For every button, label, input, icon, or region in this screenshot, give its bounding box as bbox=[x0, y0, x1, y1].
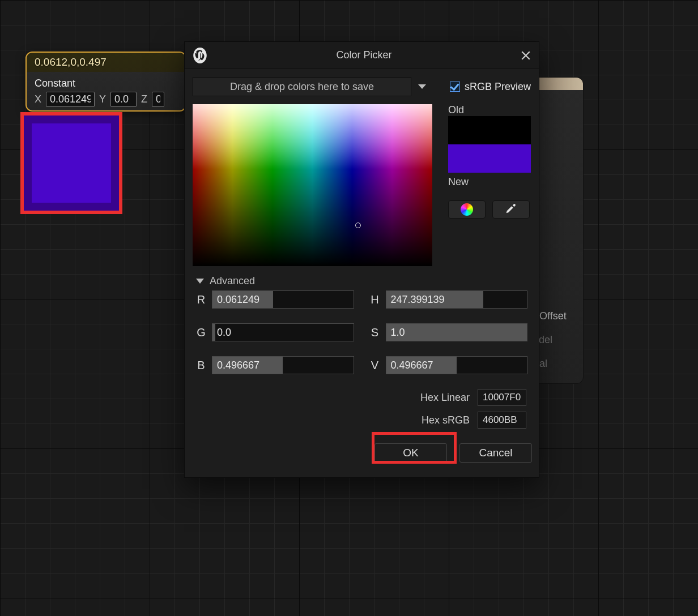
channel-G-input[interactable]: 0.0 bbox=[212, 323, 354, 341]
constant-vector-node[interactable]: 0.0612,0,0.497 Constant X Y Z bbox=[25, 52, 186, 112]
channel-R-input[interactable]: 0.061249 bbox=[212, 290, 354, 309]
old-label: Old bbox=[448, 104, 531, 116]
sv-cursor bbox=[355, 223, 361, 228]
channel-V-label: V bbox=[370, 359, 380, 372]
constant-label: Constant bbox=[35, 78, 177, 89]
color-swatch-highlight bbox=[20, 112, 122, 214]
channel-H-input[interactable]: 247.399139 bbox=[386, 290, 528, 309]
close-icon[interactable] bbox=[521, 50, 531, 61]
color-wheel-button[interactable] bbox=[448, 200, 486, 219]
node-title: 0.0612,0,0.497 bbox=[27, 53, 185, 72]
advanced-label: Advanced bbox=[210, 275, 255, 287]
eyedropper-icon bbox=[505, 202, 517, 217]
color-picker-dialog: Color Picker Drag & drop colors here to … bbox=[184, 41, 539, 478]
chevron-down-icon[interactable] bbox=[418, 84, 426, 89]
channel-B-label: B bbox=[196, 359, 206, 372]
x-label: X bbox=[35, 93, 41, 105]
unreal-logo-icon bbox=[193, 47, 207, 64]
cancel-button[interactable]: Cancel bbox=[459, 443, 532, 463]
hex-linear-input[interactable] bbox=[478, 389, 526, 406]
channel-G-label: G bbox=[196, 326, 206, 339]
hex-srgb-label: Hex sRGB bbox=[422, 414, 470, 426]
color-swatch[interactable] bbox=[32, 123, 111, 203]
srgb-preview-checkbox[interactable]: sRGB Preview bbox=[450, 81, 531, 93]
checkbox-icon bbox=[450, 82, 460, 92]
channel-S-label: S bbox=[370, 326, 380, 339]
channel-H-label: H bbox=[370, 293, 380, 306]
eyedropper-button[interactable] bbox=[492, 200, 530, 219]
hex-linear-label: Hex Linear bbox=[420, 392, 470, 404]
new-color-swatch[interactable] bbox=[448, 144, 531, 173]
hex-srgb-input[interactable] bbox=[478, 412, 526, 429]
saved-colors-dropzone[interactable]: Drag & drop colors here to save bbox=[193, 77, 411, 96]
channel-R-label: R bbox=[196, 293, 206, 306]
y-input[interactable] bbox=[110, 92, 137, 107]
new-label: New bbox=[448, 176, 531, 188]
dialog-titlebar[interactable]: Color Picker bbox=[185, 42, 539, 69]
saturation-value-box[interactable] bbox=[193, 104, 432, 266]
channel-B-input[interactable]: 0.496667 bbox=[212, 356, 354, 374]
old-color-swatch[interactable] bbox=[448, 116, 531, 144]
z-input[interactable] bbox=[152, 92, 164, 107]
triangle-down-icon bbox=[196, 279, 204, 284]
x-input[interactable] bbox=[46, 92, 95, 107]
dialog-title: Color Picker bbox=[215, 49, 513, 61]
channel-S-input[interactable]: 1.0 bbox=[386, 323, 528, 341]
color-wheel-icon bbox=[461, 203, 473, 216]
advanced-toggle[interactable]: Advanced bbox=[196, 275, 531, 287]
y-label: Y bbox=[99, 93, 106, 105]
z-label: Z bbox=[141, 93, 147, 105]
ok-button[interactable]: OK bbox=[374, 443, 447, 463]
srgb-label: sRGB Preview bbox=[465, 81, 531, 93]
channel-V-input[interactable]: 0.496667 bbox=[386, 356, 528, 374]
